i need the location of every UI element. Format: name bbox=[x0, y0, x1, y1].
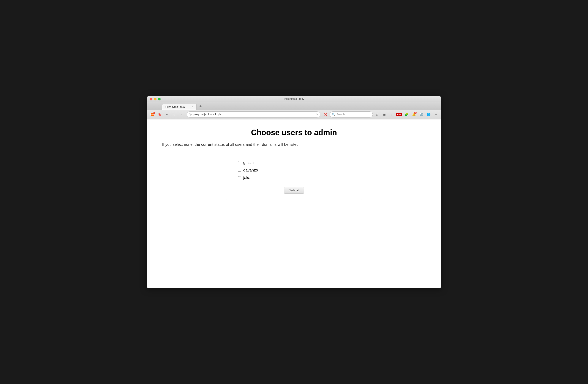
tab-title: IncrementalProxy bbox=[165, 105, 189, 108]
window-title: IncrementalProxy bbox=[284, 97, 304, 100]
reader-button[interactable]: ⊞ bbox=[381, 112, 387, 117]
form-box: gustindavanzojaka Submit bbox=[225, 154, 363, 200]
puzzle-icon: 🧩 bbox=[405, 113, 408, 116]
abp-icon: ABP bbox=[396, 113, 402, 116]
page-subtitle: If you select none, the current status o… bbox=[162, 142, 426, 147]
tab-close-button[interactable]: × bbox=[190, 105, 194, 108]
user-list-item: gustin bbox=[238, 160, 354, 165]
notification-button[interactable]: 🔔 0 bbox=[411, 112, 417, 117]
toolbar: RSS 6 🔖 ▾ ‹ › ⓘ proxy.matjaz.it/admin.ph… bbox=[147, 110, 441, 119]
user-list-item: jaka bbox=[238, 176, 354, 180]
menu-button[interactable]: ≡ bbox=[433, 112, 439, 117]
language-button[interactable]: 🌐 bbox=[425, 112, 432, 117]
refresh-icon[interactable]: ↻ bbox=[315, 113, 318, 116]
download-icon: ↓ bbox=[391, 113, 393, 116]
bookmark-icon: 🔖 bbox=[158, 113, 162, 116]
page-title: Choose users to admin bbox=[162, 128, 426, 137]
user-checkbox-jaka[interactable] bbox=[238, 176, 241, 179]
notification-badge: 0 bbox=[414, 112, 417, 114]
user-list-item: davanzo bbox=[238, 168, 354, 173]
dropdown-button[interactable]: ▾ bbox=[164, 112, 170, 117]
reader-icon: ⊞ bbox=[383, 113, 386, 116]
noscript-button[interactable]: 🚫 bbox=[322, 112, 328, 117]
minimize-button[interactable] bbox=[154, 98, 156, 100]
sync-button[interactable]: 🔄 bbox=[418, 112, 424, 117]
user-checkbox-gustin[interactable] bbox=[238, 161, 241, 164]
address-bar[interactable]: ⓘ proxy.matjaz.it/admin.php ↻ bbox=[187, 112, 320, 117]
user-label-jaka: jaka bbox=[243, 176, 251, 180]
extensions-button[interactable]: 🧩 bbox=[403, 112, 409, 117]
tab-bar: IncrementalProxy × + bbox=[147, 102, 441, 110]
abp-button[interactable]: ABP bbox=[396, 112, 402, 117]
search-placeholder: Search bbox=[336, 113, 345, 116]
title-bar: IncrementalProxy bbox=[147, 96, 441, 102]
rss-button[interactable]: RSS 6 bbox=[149, 112, 155, 117]
user-checkbox-davanzo[interactable] bbox=[238, 169, 241, 172]
search-icon: 🔍 bbox=[332, 113, 335, 116]
browser-window: IncrementalProxy IncrementalProxy × + RS… bbox=[147, 96, 441, 288]
menu-icon: ≡ bbox=[435, 113, 437, 116]
submit-row: Submit bbox=[234, 185, 354, 194]
star-button[interactable]: ☆ bbox=[374, 112, 380, 117]
noscript-icon: 🚫 bbox=[324, 113, 327, 116]
chevron-down-icon: ▾ bbox=[166, 113, 168, 116]
user-list: gustindavanzojaka bbox=[234, 160, 354, 180]
forward-arrow-icon: › bbox=[181, 113, 182, 116]
language-icon: 🌐 bbox=[427, 113, 430, 116]
back-button[interactable]: ‹ bbox=[171, 112, 177, 117]
back-arrow-icon: ‹ bbox=[173, 113, 175, 116]
forward-button[interactable]: › bbox=[179, 112, 185, 117]
user-label-davanzo: davanzo bbox=[243, 168, 258, 173]
page-content: Choose users to admin If you select none… bbox=[147, 119, 441, 288]
search-bar[interactable]: 🔍 Search bbox=[330, 112, 373, 117]
submit-button[interactable]: Submit bbox=[284, 187, 304, 194]
star-icon: ☆ bbox=[376, 113, 378, 117]
rss-badge: 6 bbox=[153, 112, 155, 114]
browser-tab[interactable]: IncrementalProxy × bbox=[162, 104, 197, 110]
bookmark-button[interactable]: 🔖 bbox=[156, 112, 163, 117]
maximize-button[interactable] bbox=[158, 98, 161, 100]
info-icon: ⓘ bbox=[189, 113, 192, 116]
close-button[interactable] bbox=[149, 98, 152, 100]
traffic-lights bbox=[149, 98, 161, 100]
sync-icon: 🔄 bbox=[420, 113, 423, 116]
user-label-gustin: gustin bbox=[243, 160, 254, 165]
download-button[interactable]: ↓ bbox=[389, 112, 395, 117]
new-tab-button[interactable]: + bbox=[197, 104, 204, 110]
url-text: proxy.matjaz.it/admin.php bbox=[193, 113, 314, 116]
